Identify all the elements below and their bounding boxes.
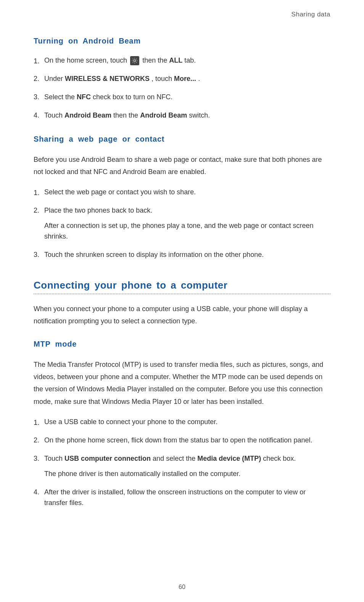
step-item: Use a USB cable to connect your phone to… bbox=[34, 417, 330, 428]
step-text: Select the bbox=[44, 93, 77, 101]
steps-sharing-web: Select the web page or contact you wish … bbox=[34, 187, 330, 260]
subheading-mtp: MTP mode bbox=[34, 340, 330, 349]
step-bold: ALL bbox=[169, 56, 182, 64]
step-subtext: The phone driver is then automatically i… bbox=[44, 469, 330, 479]
step-bold: Media device (MTP) bbox=[197, 455, 261, 462]
section-mtp-mode: MTP mode The Media Transfer Protocol (MT… bbox=[34, 340, 330, 508]
step-item: On the phone home screen, flick down fro… bbox=[34, 435, 330, 446]
step-text: Place the two phones back to back. bbox=[44, 207, 152, 214]
step-text: then the bbox=[142, 56, 169, 64]
subheading-sharing-web: Sharing a web page or contact bbox=[34, 135, 330, 144]
step-item: Touch the shrunken screen to display its… bbox=[34, 250, 330, 260]
step-bold: More... bbox=[174, 75, 196, 82]
step-text: On the home screen, touch bbox=[44, 56, 129, 64]
step-text: Touch bbox=[44, 455, 64, 462]
intro-paragraph: The Media Transfer Protocol (MTP) is use… bbox=[34, 358, 330, 408]
page-number: 60 bbox=[179, 584, 185, 591]
step-item: Select the web page or contact you wish … bbox=[34, 187, 330, 198]
step-bold: USB computer connection bbox=[64, 455, 151, 462]
step-subtext: After a connection is set up, the phones… bbox=[44, 221, 330, 242]
step-text: tab. bbox=[184, 56, 196, 64]
step-text: Under bbox=[44, 75, 65, 82]
page-header-label: Sharing data bbox=[34, 11, 330, 18]
step-item: Under WIRELESS & NETWORKS , touch More..… bbox=[34, 74, 330, 84]
step-item: Place the two phones back to back. After… bbox=[34, 205, 330, 242]
step-text: then the bbox=[113, 111, 140, 119]
step-item: Select the NFC check box to turn on NFC. bbox=[34, 92, 330, 103]
intro-paragraph: Before you use Android Beam to share a w… bbox=[34, 153, 330, 178]
steps-mtp: Use a USB cable to connect your phone to… bbox=[34, 417, 330, 508]
settings-icon bbox=[130, 56, 139, 65]
step-item: Touch USB computer connection and select… bbox=[34, 454, 330, 479]
step-item: On the home screen, touch then the ALL t… bbox=[34, 55, 330, 66]
section-turning-on-android-beam: Turning on Android Beam On the home scre… bbox=[34, 37, 330, 121]
step-bold: WIRELESS & NETWORKS bbox=[65, 75, 150, 82]
step-text: check box. bbox=[263, 455, 296, 462]
step-text: switch. bbox=[189, 111, 210, 119]
step-text: check box to turn on NFC. bbox=[93, 93, 172, 101]
step-text: Touch bbox=[44, 111, 64, 119]
steps-turning-on: On the home screen, touch then the ALL t… bbox=[34, 55, 330, 121]
step-bold: NFC bbox=[77, 93, 91, 101]
intro-paragraph: When you connect your phone to a compute… bbox=[34, 303, 330, 328]
step-text: , touch bbox=[151, 75, 174, 82]
step-item: After the driver is installed, follow th… bbox=[34, 487, 330, 508]
subheading-turning-on: Turning on Android Beam bbox=[34, 37, 330, 45]
dotted-divider bbox=[34, 294, 330, 294]
step-text: and select the bbox=[153, 455, 197, 462]
section-sharing-web-page: Sharing a web page or contact Before you… bbox=[34, 135, 330, 260]
step-bold: Android Beam bbox=[64, 111, 111, 119]
svg-point-0 bbox=[134, 60, 136, 62]
heading-connecting-computer: Connecting your phone to a computer bbox=[34, 279, 330, 291]
step-text: . bbox=[198, 75, 200, 82]
step-bold: Android Beam bbox=[140, 111, 187, 119]
step-item: Touch Android Beam then the Android Beam… bbox=[34, 110, 330, 121]
